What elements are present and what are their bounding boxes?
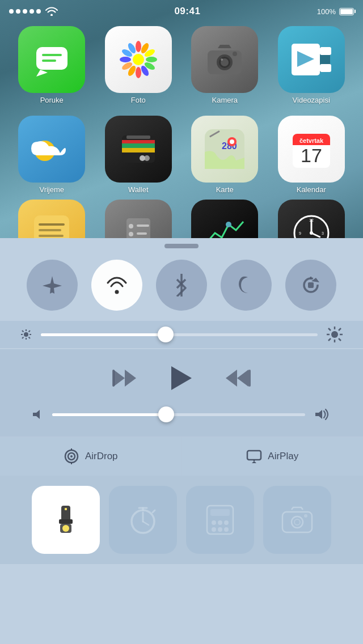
- svg-rect-96: [248, 370, 251, 387]
- svg-point-53: [129, 232, 133, 236]
- svg-line-80: [22, 337, 24, 339]
- volume-slider-row: [11, 404, 352, 425]
- svg-point-110: [62, 525, 69, 532]
- camera-icon: [191, 26, 258, 93]
- brightness-slider-row: [0, 321, 363, 348]
- svg-marker-105: [250, 461, 259, 463]
- svg-marker-95: [237, 370, 248, 387]
- rotation-icon: [300, 274, 322, 296]
- svg-line-88: [339, 328, 341, 331]
- airdrop-icon: [64, 448, 79, 464]
- app-messages[interactable]: Poruke: [11, 26, 92, 104]
- stocks-icon: [191, 200, 258, 238]
- svg-point-4: [133, 54, 144, 65]
- svg-rect-48: [39, 235, 64, 237]
- app-reminders[interactable]: [98, 200, 179, 238]
- battery-percent: 100%: [317, 7, 336, 16]
- volume-low-icon: [32, 409, 43, 420]
- rewind-button[interactable]: [112, 368, 137, 388]
- app-clock[interactable]: 12 3 6 9: [271, 200, 352, 238]
- svg-line-89: [328, 338, 331, 341]
- airplay-icon: [246, 450, 262, 463]
- app-weather[interactable]: Vrijeme: [11, 116, 92, 194]
- volume-thumb[interactable]: [158, 406, 174, 422]
- brightness-track[interactable]: [41, 333, 318, 336]
- svg-text:12: 12: [309, 218, 314, 222]
- volume-track[interactable]: [52, 413, 305, 416]
- cc-handle: [0, 238, 363, 253]
- airdrop-label: AirDrop: [85, 451, 118, 462]
- svg-rect-52: [137, 224, 149, 227]
- reminders-icon: [105, 200, 172, 238]
- wifi-toggle-icon: [105, 276, 128, 294]
- svg-marker-91: [125, 370, 136, 387]
- app-photos[interactable]: Foto: [98, 26, 179, 104]
- app-stocks[interactable]: [184, 200, 265, 238]
- bluetooth-toggle[interactable]: [156, 260, 207, 311]
- app-maps[interactable]: 280 Karte: [184, 116, 265, 194]
- timer-button[interactable]: [109, 486, 177, 554]
- app-wallet[interactable]: Wallet: [98, 116, 179, 194]
- svg-point-39: [230, 139, 234, 144]
- app-notes[interactable]: [11, 200, 92, 238]
- svg-line-87: [339, 338, 341, 341]
- app-grid-row3: 12 3 6 9: [0, 200, 363, 238]
- svg-line-117: [153, 510, 155, 512]
- svg-point-34: [144, 155, 150, 161]
- svg-marker-94: [226, 370, 237, 387]
- app-camera[interactable]: Kamera: [184, 26, 265, 104]
- brightness-thumb[interactable]: [158, 327, 174, 342]
- svg-rect-29: [122, 140, 155, 143]
- moon-icon: [237, 275, 256, 295]
- calendar-label: Kalendar: [297, 185, 326, 194]
- bluetooth-icon: [174, 274, 189, 296]
- play-button[interactable]: [171, 366, 192, 390]
- svg-line-114: [143, 522, 149, 525]
- svg-point-51: [129, 224, 133, 228]
- svg-rect-25: [320, 47, 331, 55]
- videos-label: Videozapisi: [293, 96, 330, 104]
- svg-point-21: [221, 58, 223, 61]
- app-videos[interactable]: Videozapisi: [271, 26, 352, 104]
- svg-marker-93: [171, 366, 192, 390]
- brightness-fill: [41, 333, 166, 336]
- calendar-icon: 17 četvrtak: [278, 116, 345, 183]
- camera-label: Kamera: [212, 96, 238, 104]
- svg-point-101: [70, 455, 73, 457]
- signal-dot-1: [9, 9, 14, 14]
- fastforward-button[interactable]: [226, 368, 251, 388]
- wallet-icon: [105, 116, 172, 183]
- photos-label: Foto: [131, 96, 146, 104]
- svg-marker-90: [113, 370, 125, 387]
- battery-fill: [340, 9, 353, 14]
- messages-label: Poruke: [40, 96, 64, 104]
- wallet-label: Wallet: [128, 185, 149, 194]
- rotation-toggle[interactable]: [285, 260, 336, 311]
- status-left: [9, 7, 58, 16]
- svg-marker-98: [315, 410, 322, 419]
- airplay-button[interactable]: AirPlay: [182, 437, 364, 476]
- svg-point-122: [224, 520, 229, 525]
- camera-quick-button[interactable]: [263, 486, 331, 554]
- svg-rect-126: [282, 512, 312, 532]
- flashlight-button[interactable]: [32, 486, 100, 554]
- signal-dot-4: [29, 9, 34, 14]
- brightness-high-icon: [327, 327, 343, 342]
- cc-bottom-row: AirDrop AirPlay: [0, 437, 363, 476]
- calculator-button[interactable]: [186, 486, 254, 554]
- svg-marker-97: [33, 410, 40, 419]
- wifi-toggle[interactable]: [91, 260, 142, 311]
- svg-rect-26: [320, 64, 331, 72]
- signal-dot-5: [36, 9, 41, 14]
- svg-point-57: [226, 222, 231, 227]
- donotdisturb-toggle[interactable]: [221, 260, 272, 311]
- app-grid-row1: Poruke: [0, 20, 363, 200]
- cc-handle-bar: [164, 244, 199, 248]
- airdrop-button[interactable]: AirDrop: [0, 437, 182, 476]
- app-calendar[interactable]: 17 četvrtak Kalendar: [271, 116, 352, 194]
- cc-quick-actions: [0, 476, 363, 564]
- svg-rect-70: [308, 282, 314, 288]
- airplane-toggle[interactable]: [27, 260, 78, 311]
- volume-fill: [52, 413, 166, 416]
- svg-point-8: [146, 57, 157, 62]
